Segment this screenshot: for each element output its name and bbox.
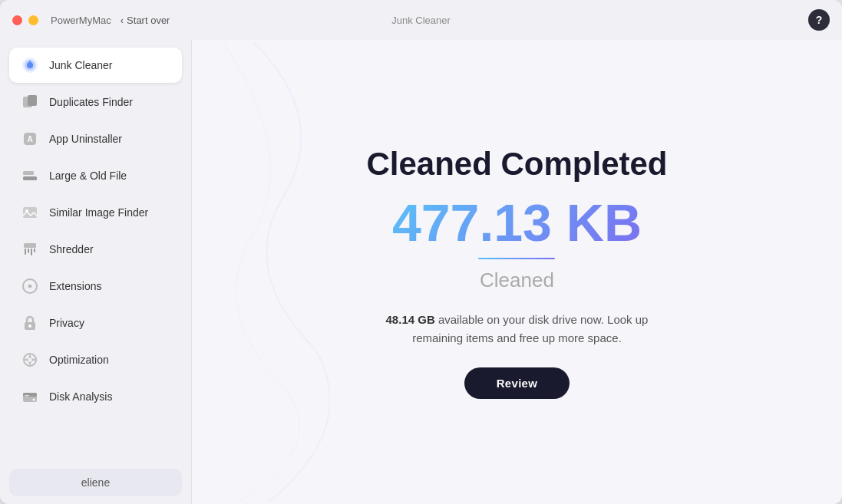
- svg-text:A: A: [27, 135, 32, 143]
- sidebar-label-junk-cleaner: Junk Cleaner: [49, 59, 113, 71]
- privacy-icon: [20, 313, 40, 333]
- cleaned-amount: 477.13 KB: [392, 196, 642, 249]
- sidebar: Junk Cleaner Duplicates Finder A: [0, 40, 192, 504]
- review-button[interactable]: Review: [464, 367, 570, 399]
- sidebar-label-disk-analysis: Disk Analysis: [49, 390, 112, 403]
- help-button[interactable]: ?: [808, 9, 830, 31]
- svg-rect-15: [34, 249, 35, 252]
- disk-text: available on your disk drive now. Look u…: [412, 313, 648, 344]
- user-profile[interactable]: eliene: [9, 469, 182, 496]
- sidebar-item-optimization[interactable]: Optimization: [9, 342, 182, 377]
- duplicates-icon: [20, 92, 40, 112]
- sidebar-item-duplicates-finder[interactable]: Duplicates Finder: [9, 84, 182, 120]
- junk-icon: [20, 55, 40, 75]
- sidebar-label-similar-image-finder: Similar Image Finder: [49, 206, 148, 219]
- app-uninstaller-icon: A: [20, 129, 40, 149]
- svg-rect-4: [28, 95, 37, 106]
- sidebar-item-extensions[interactable]: Extensions: [9, 268, 182, 304]
- app-logo-text: PowerMyMac: [51, 15, 111, 26]
- svg-point-2: [27, 62, 33, 68]
- large-file-icon: [20, 166, 40, 186]
- username-label: eliene: [81, 476, 110, 489]
- disk-size: 48.14 GB: [386, 313, 435, 326]
- sidebar-label-privacy: Privacy: [49, 317, 84, 329]
- sidebar-item-similar-image-finder[interactable]: Similar Image Finder: [9, 195, 182, 230]
- disk-info: 48.14 GB available on your disk drive no…: [378, 311, 655, 348]
- main-content: Cleaned Completed 477.13 KB Cleaned 48.1…: [366, 146, 667, 399]
- content-area: Cleaned Completed 477.13 KB Cleaned 48.1…: [192, 40, 842, 504]
- sidebar-label-large-old-file: Large & Old File: [49, 170, 127, 182]
- main-layout: Junk Cleaner Duplicates Finder A: [0, 40, 842, 504]
- disk-icon: [20, 387, 40, 407]
- shredder-icon: [20, 239, 40, 259]
- optimization-icon: [20, 350, 40, 370]
- start-over-label: Start over: [127, 15, 170, 26]
- sidebar-item-shredder[interactable]: Shredder: [9, 232, 182, 267]
- window-title: Junk Cleaner: [391, 15, 451, 26]
- sidebar-label-extensions: Extensions: [49, 280, 101, 292]
- sidebar-item-app-uninstaller[interactable]: A App Uninstaller: [9, 121, 182, 156]
- svg-point-22: [33, 399, 35, 401]
- svg-rect-12: [25, 249, 26, 255]
- title-bar: PowerMyMac ‹ Start over Junk Cleaner ?: [0, 0, 842, 40]
- minimize-button[interactable]: [28, 15, 38, 25]
- sidebar-label-shredder: Shredder: [49, 243, 94, 255]
- sidebar-item-junk-cleaner[interactable]: Junk Cleaner: [9, 48, 182, 83]
- cleaned-heading: Cleaned Completed: [366, 146, 667, 183]
- svg-rect-11: [24, 243, 36, 248]
- cleaned-label: Cleaned: [480, 268, 554, 292]
- image-icon: [20, 203, 40, 222]
- help-label: ?: [816, 14, 823, 26]
- traffic-lights: [12, 15, 38, 25]
- svg-rect-9: [23, 207, 37, 218]
- extensions-icon: [20, 276, 40, 296]
- back-icon: ‹: [121, 15, 124, 26]
- svg-rect-13: [28, 249, 29, 253]
- svg-point-18: [28, 324, 31, 328]
- divider-line: [478, 258, 555, 259]
- sidebar-label-app-uninstaller: App Uninstaller: [49, 133, 122, 145]
- sidebar-item-large-old-file[interactable]: Large & Old File: [9, 158, 182, 193]
- svg-rect-8: [23, 176, 37, 180]
- app-logo-area: PowerMyMac: [51, 15, 111, 26]
- svg-rect-14: [31, 249, 32, 255]
- sidebar-label-optimization: Optimization: [49, 354, 109, 366]
- svg-rect-7: [23, 171, 34, 175]
- start-over-button[interactable]: ‹ Start over: [121, 15, 170, 26]
- bg-decoration: [192, 40, 330, 504]
- sidebar-item-privacy[interactable]: Privacy: [9, 305, 182, 341]
- app-window: PowerMyMac ‹ Start over Junk Cleaner ?: [0, 0, 842, 504]
- sidebar-item-disk-analysis[interactable]: Disk Analysis: [9, 379, 182, 414]
- close-button[interactable]: [12, 15, 22, 25]
- sidebar-label-duplicates-finder: Duplicates Finder: [49, 96, 133, 108]
- svg-rect-23: [25, 395, 29, 397]
